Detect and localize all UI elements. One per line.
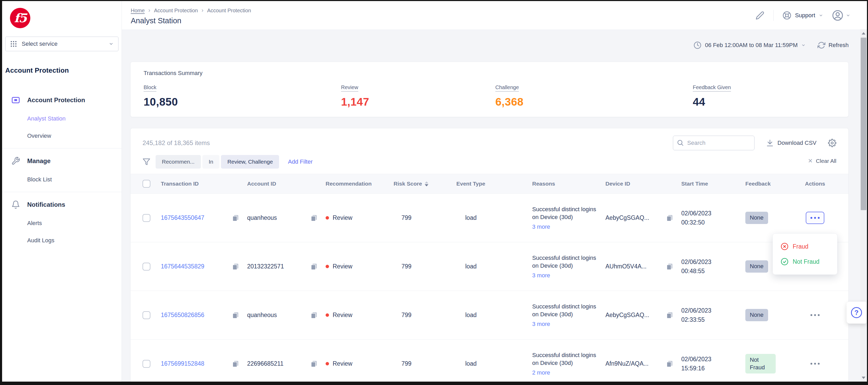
- metric-feedback-given-label[interactable]: Feedback Given: [693, 85, 731, 92]
- nav-group-header-account-protection[interactable]: Account Protection: [2, 95, 122, 105]
- filter-field-chip[interactable]: Recommen...: [156, 155, 201, 168]
- event-type: load: [456, 312, 532, 319]
- account-id: quanheous: [247, 312, 277, 319]
- scrollbar-thumb[interactable]: [861, 38, 866, 210]
- recommendation: Review: [333, 360, 352, 367]
- refresh-button[interactable]: Refresh: [817, 41, 849, 49]
- col-risk-score[interactable]: Risk Score: [394, 181, 456, 187]
- transactions-table-card: 245,182 of 18,365 items Dow: [130, 128, 849, 384]
- grid-icon: [10, 40, 17, 47]
- start-date: 02/06/2023: [681, 355, 711, 363]
- sidebar-item-alerts[interactable]: Alerts: [2, 220, 122, 227]
- metric-block-label[interactable]: Block: [144, 85, 156, 92]
- metric-review-label[interactable]: Review: [341, 85, 358, 92]
- copy-icon[interactable]: [310, 263, 318, 270]
- nav-group-header-notifications[interactable]: Notifications: [2, 200, 122, 210]
- gear-icon[interactable]: [828, 139, 836, 147]
- sidebar-item-analyst-station[interactable]: Analyst Station: [2, 115, 122, 122]
- more-reasons-link[interactable]: 3 more: [532, 321, 550, 327]
- account-protection-icon: [11, 95, 21, 105]
- more-reasons-link[interactable]: 3 more: [532, 223, 550, 230]
- add-filter-link[interactable]: Add Filter: [288, 158, 312, 165]
- filter-bar: Recommen... In Review, Challenge Add Fil…: [130, 150, 848, 174]
- copy-icon[interactable]: [231, 360, 239, 368]
- row-actions-button[interactable]: [806, 212, 824, 224]
- sidebar-item-overview[interactable]: Overview: [2, 132, 122, 139]
- col-device-id: Device ID: [606, 181, 681, 187]
- edit-pencil-icon[interactable]: [755, 11, 765, 20]
- row-checkbox[interactable]: [143, 311, 150, 319]
- row-actions-button[interactable]: [806, 310, 824, 321]
- transaction-id-link[interactable]: 1675643550647: [161, 214, 204, 221]
- copy-icon[interactable]: [310, 360, 318, 368]
- copy-icon[interactable]: [231, 311, 239, 319]
- col-reasons: Reasons: [532, 181, 606, 187]
- account-id: 20132322571: [247, 263, 284, 270]
- copy-icon[interactable]: [231, 214, 239, 222]
- col-event-type: Event Type: [456, 181, 532, 187]
- scrollbar-up-arrow[interactable]: [860, 29, 867, 37]
- app-window: f5 Select service Account Protection Acc…: [0, 0, 868, 385]
- date-range-picker[interactable]: 06 Feb 12:00AM to 08 Mar 11:59PM: [693, 41, 806, 49]
- sort-icon: [425, 182, 428, 186]
- col-start-time: Start Time: [681, 181, 745, 187]
- col-risk-score-label: Risk Score: [394, 181, 422, 187]
- copy-icon[interactable]: [310, 311, 318, 319]
- copy-icon[interactable]: [665, 214, 674, 222]
- col-actions: Actions: [794, 181, 836, 187]
- support-menu[interactable]: Support: [782, 11, 823, 20]
- sidebar-item-block-list[interactable]: Block List: [2, 176, 122, 183]
- account-id: quanheous: [247, 214, 277, 221]
- row-checkbox[interactable]: [143, 263, 150, 270]
- metric-review-value: 1,147: [341, 96, 495, 108]
- help-button[interactable]: ?: [846, 301, 866, 324]
- nav-group-header-manage[interactable]: Manage: [2, 156, 122, 166]
- breadcrumb-item[interactable]: Account Protection: [154, 8, 198, 13]
- recommendation: Review: [333, 263, 352, 270]
- download-csv-button[interactable]: Download CSV: [766, 139, 816, 147]
- filter-value-chip[interactable]: Review, Challenge: [221, 155, 279, 168]
- copy-icon[interactable]: [665, 311, 674, 319]
- content-area: 06 Feb 12:00AM to 08 Mar 11:59PM Refresh…: [122, 30, 867, 384]
- breadcrumb-home-link[interactable]: Home: [131, 8, 145, 13]
- user-menu[interactable]: [832, 10, 850, 21]
- select-all-checkbox[interactable]: [143, 180, 150, 188]
- row-checkbox[interactable]: [143, 214, 150, 222]
- transaction-id-link[interactable]: 1675644535829: [161, 263, 204, 270]
- row-actions-button[interactable]: [806, 358, 824, 369]
- menu-item-not-fraud[interactable]: Not Fraud: [773, 254, 837, 269]
- clear-all-button[interactable]: ✕ Clear All: [808, 158, 836, 164]
- menu-item-fraud[interactable]: Fraud: [773, 239, 837, 254]
- nav-group-title: Account Protection: [27, 96, 85, 104]
- sidebar-item-audit-logs[interactable]: Audit Logs: [2, 237, 122, 244]
- reason-text: Successful distinct logins on Device (30…: [532, 351, 597, 367]
- risk-score: 799: [394, 214, 456, 221]
- row-checkbox[interactable]: [143, 360, 150, 368]
- more-reasons-link[interactable]: 2 more: [532, 369, 550, 376]
- scrollbar-down-arrow[interactable]: [860, 374, 867, 382]
- copy-icon[interactable]: [310, 214, 318, 222]
- refresh-label: Refresh: [829, 42, 849, 49]
- more-reasons-link[interactable]: 3 more: [532, 272, 550, 279]
- transaction-id-link[interactable]: 1675699152848: [161, 360, 204, 367]
- transaction-id-link[interactable]: 1675650826856: [161, 312, 204, 319]
- service-selector[interactable]: Select service: [5, 37, 119, 51]
- filter-operator-chip[interactable]: In: [203, 155, 220, 168]
- nav-group-title: Manage: [27, 157, 51, 165]
- recommendation: Review: [333, 214, 352, 221]
- feedback-badge: None: [745, 212, 768, 224]
- feedback-badge: None: [745, 309, 768, 321]
- copy-icon[interactable]: [665, 360, 674, 368]
- copy-icon[interactable]: [665, 263, 674, 270]
- wrench-icon: [11, 156, 21, 166]
- metric-challenge-label[interactable]: Challenge: [495, 85, 519, 92]
- table-row: 1675699152848 22696685211 Review 799 loa…: [130, 340, 848, 385]
- copy-icon[interactable]: [231, 263, 239, 270]
- vertical-scrollbar[interactable]: [860, 29, 867, 382]
- search-input[interactable]: [673, 136, 754, 150]
- table-row: 1675644535829 20132322571 Review 799 loa…: [130, 242, 848, 291]
- start-date: 02/06/2023: [681, 258, 711, 266]
- feedback-badge: None: [745, 260, 768, 272]
- summary-title: Transactions Summary: [144, 70, 835, 76]
- check-circle-icon: [781, 258, 788, 265]
